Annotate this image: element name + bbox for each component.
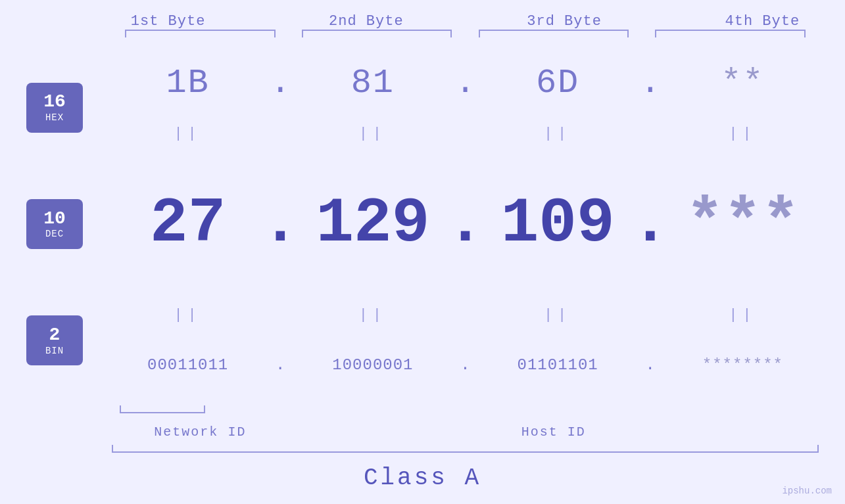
content-area: 16 HEX 10 DEC 2 BIN 1B .: [26, 43, 819, 405]
dec-byte-3: 109: [482, 193, 634, 256]
equals-row-2: || || || ||: [112, 305, 819, 325]
bin-dot-1: .: [264, 356, 297, 374]
bin-byte-3: 01101101: [482, 356, 634, 374]
network-id-label: Network ID: [112, 424, 289, 440]
hex-badge: 16 HEX: [26, 83, 83, 133]
dec-dot-1: .: [264, 193, 297, 256]
values-grid: 1B . 81 . 6D . **: [112, 43, 819, 405]
watermark: ipshu.com: [782, 486, 832, 496]
eq-2: ||: [297, 126, 448, 142]
dec-byte-4: ***: [667, 193, 819, 256]
bin-byte-4: ********: [667, 356, 819, 374]
bin-byte-1: 00011011: [112, 356, 264, 374]
dec-badge-number: 10: [43, 209, 66, 229]
hex-row: 1B . 81 . 6D . **: [112, 43, 819, 124]
dec-dot-2: .: [449, 193, 482, 256]
hex-byte-2: 81: [297, 64, 448, 103]
hex-byte-3: 6D: [482, 64, 634, 103]
dec-dot-3: .: [634, 193, 667, 256]
long-bracket-row: [112, 445, 819, 458]
hex-byte-4: **: [667, 64, 819, 103]
class-label: Class A: [364, 465, 481, 492]
bin-dot-3: .: [634, 356, 667, 374]
hex-dot-3: .: [634, 64, 667, 103]
class-row: Class A: [26, 458, 819, 497]
bottom-bracket-4: [717, 405, 819, 419]
byte-header-4: 4th Byte: [664, 13, 845, 30]
bin-badge-label: BIN: [45, 346, 64, 356]
bin-byte-2: 10000001: [297, 356, 448, 374]
eq2-2: ||: [297, 307, 448, 323]
top-bracket-2: [289, 30, 466, 43]
bottom-bracket-1: [112, 405, 213, 419]
hex-dot-2: .: [449, 64, 482, 103]
eq2-1: ||: [112, 307, 264, 323]
eq2-3: ||: [482, 307, 634, 323]
bin-badge: 2 BIN: [26, 315, 83, 365]
bottom-bracket-spacer: [213, 405, 314, 419]
eq2-4: ||: [667, 307, 819, 323]
dec-byte-1: 27: [112, 193, 264, 256]
dec-row: 27 . 129 . 109 . ***: [112, 143, 819, 305]
bottom-bracket-2: [314, 405, 415, 419]
badges-column: 16 HEX 10 DEC 2 BIN: [26, 43, 112, 405]
top-bracket-1: [112, 30, 289, 43]
dec-badge-label: DEC: [45, 229, 64, 239]
hex-badge-number: 16: [43, 92, 66, 112]
dec-badge: 10 DEC: [26, 199, 83, 249]
id-labels-row: Network ID Host ID: [112, 419, 819, 445]
eq-3: ||: [482, 126, 634, 142]
long-bracket: [112, 445, 819, 453]
bin-dot-2: .: [449, 356, 482, 374]
hex-dot-1: .: [264, 64, 297, 103]
top-bracket-3: [466, 30, 642, 43]
byte-headers-row: 1st Byte 2nd Byte 3rd Byte 4th Byte: [69, 13, 845, 30]
bottom-brackets-row: [112, 405, 819, 419]
eq-4: ||: [667, 126, 819, 142]
bin-badge-number: 2: [49, 325, 60, 346]
byte-header-2: 2nd Byte: [267, 13, 465, 30]
dec-byte-2: 129: [297, 193, 448, 256]
bin-row: 00011011 . 10000001 . 01101101 .: [112, 325, 819, 405]
main-container: 1st Byte 2nd Byte 3rd Byte 4th Byte 16 H…: [0, 0, 845, 504]
byte-header-3: 3rd Byte: [466, 13, 664, 30]
hex-byte-1: 1B: [112, 64, 264, 103]
byte-header-1: 1st Byte: [69, 13, 267, 30]
bottom-bracket-3: [516, 405, 617, 419]
top-bracket-4: [642, 30, 819, 43]
bottom-bracket-spacer3: [617, 405, 718, 419]
hex-badge-label: HEX: [45, 112, 64, 123]
eq-1: ||: [112, 126, 264, 142]
host-id-label: Host ID: [289, 424, 819, 440]
equals-row-1: || || || ||: [112, 124, 819, 143]
bottom-bracket-spacer2: [415, 405, 516, 419]
top-brackets-row: [112, 30, 819, 43]
